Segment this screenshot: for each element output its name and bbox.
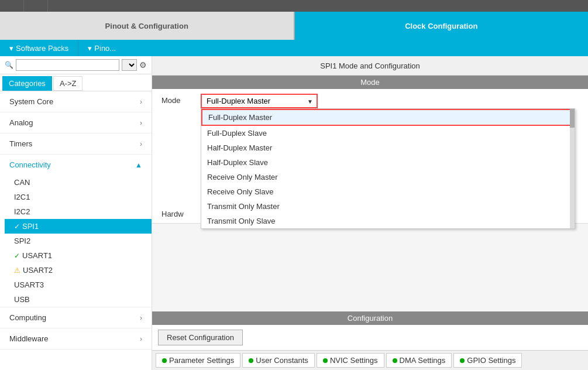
- mode-select[interactable]: Full-Duplex Master ▼: [201, 94, 318, 108]
- mode-select-wrapper: Full-Duplex Master ▼ Full-Duplex Master …: [201, 94, 318, 108]
- chevron-right-icon: ›: [140, 98, 142, 106]
- select-arrow-icon: ▼: [307, 98, 313, 104]
- chevron-right-icon-4: ›: [140, 314, 142, 322]
- check-icon: ✓: [14, 222, 20, 231]
- content-spacer: [152, 224, 588, 311]
- tab-dot-icon-5: [460, 358, 465, 363]
- sub-item-i2c2[interactable]: I2C2: [5, 204, 152, 219]
- warn-icon: ⚠: [14, 266, 20, 275]
- pinout-tab[interactable]: Pinout & Configuration: [0, 12, 295, 40]
- category-connectivity[interactable]: Connectivity ▲: [0, 155, 152, 175]
- tab-gpio-settings[interactable]: GPIO Settings: [453, 353, 522, 368]
- tab-dot-icon-4: [393, 358, 397, 363]
- top-nav-item-2[interactable]: [24, 0, 48, 12]
- category-analog[interactable]: Analog ›: [0, 112, 152, 133]
- content-area: SPI1 Mode and Configuration Mode Mode Fu…: [152, 56, 588, 370]
- scrollbar-thumb[interactable]: [570, 109, 575, 128]
- config-section: Configuration Reset Configuration: [152, 311, 588, 350]
- connectivity-section: Connectivity ▲ CAN I2C1 I2C2 ✓: [0, 155, 152, 307]
- sub-item-usart2[interactable]: ⚠ USART2: [5, 263, 152, 278]
- sub-item-usb[interactable]: USB: [5, 292, 152, 307]
- search-dropdown[interactable]: [122, 59, 137, 71]
- dropdown-item-0[interactable]: Full-Duplex Master: [201, 109, 575, 126]
- category-computing[interactable]: Computing ›: [0, 307, 152, 328]
- search-icon: 🔍: [5, 61, 13, 69]
- connectivity-sub-items: CAN I2C1 I2C2 ✓ SPI1 SPI2: [0, 175, 152, 307]
- category-middleware[interactable]: Middleware ›: [0, 328, 152, 350]
- sidebar: 🔍 ⚙ Categories A->Z System Core › Analog…: [0, 56, 152, 370]
- top-nav-item-3[interactable]: [48, 0, 71, 12]
- chevron-up-icon: ▲: [135, 161, 142, 169]
- chevron-right-icon-5: ›: [140, 335, 142, 343]
- tab-categories[interactable]: Categories: [2, 76, 52, 91]
- sub-item-i2c1[interactable]: I2C1: [5, 190, 152, 204]
- sub-item-usart3[interactable]: USART3: [5, 278, 152, 292]
- tab-dot-icon-2: [249, 358, 253, 363]
- bottom-tabs: Parameter Settings User Constants NVIC S…: [152, 350, 588, 370]
- content-title: SPI1 Mode and Configuration: [152, 56, 588, 76]
- dropdown-item-2[interactable]: Half-Duplex Master: [201, 141, 575, 155]
- tab-user-constants[interactable]: User Constants: [242, 353, 315, 368]
- mode-dropdown-list: Full-Duplex Master Full-Duplex Slave Hal…: [201, 108, 575, 229]
- gear-icon[interactable]: ⚙: [139, 60, 147, 70]
- config-body: Reset Configuration: [152, 325, 588, 350]
- sub-item-can[interactable]: CAN: [5, 175, 152, 190]
- pinout-right-btn[interactable]: ▾ Pino...: [78, 40, 125, 56]
- dropdown-arrow-icon: ▾: [9, 44, 13, 53]
- sub-item-spi2[interactable]: SPI2: [5, 234, 152, 248]
- tab-parameter-settings[interactable]: Parameter Settings: [156, 353, 240, 368]
- reset-config-button[interactable]: Reset Configuration: [158, 330, 243, 345]
- dropdown-item-1[interactable]: Full-Duplex Slave: [201, 126, 575, 141]
- dropdown-scrollbar[interactable]: [570, 109, 575, 228]
- clock-tab[interactable]: Clock Configuration: [295, 12, 589, 40]
- category-system-core[interactable]: System Core ›: [0, 91, 152, 112]
- mode-section-header: Mode: [152, 76, 588, 89]
- dropdown-item-3[interactable]: Half-Duplex Slave: [201, 155, 575, 170]
- dropdown-item-7[interactable]: Transmit Only Slave: [201, 214, 575, 228]
- tab-dot-icon: [162, 358, 167, 363]
- mode-row: Mode Full-Duplex Master ▼ Full-Duplex Ma…: [152, 89, 588, 113]
- tab-dma-settings[interactable]: DMA Settings: [386, 353, 452, 368]
- category-timers[interactable]: Timers ›: [0, 133, 152, 155]
- tab-dot-icon-3: [323, 358, 328, 363]
- dropdown-item-5[interactable]: Receive Only Slave: [201, 184, 575, 199]
- chevron-right-icon-3: ›: [140, 140, 142, 148]
- tab-az[interactable]: A->Z: [53, 76, 83, 91]
- sidebar-tabs: Categories A->Z: [0, 74, 152, 91]
- config-header: Configuration: [152, 311, 588, 325]
- dropdown-item-4[interactable]: Receive Only Master: [201, 170, 575, 184]
- check-green-icon: ✓: [14, 252, 20, 260]
- mode-section: Mode Mode Full-Duplex Master ▼: [152, 76, 588, 224]
- search-row: 🔍 ⚙: [0, 56, 152, 74]
- search-input[interactable]: [16, 59, 119, 71]
- chevron-right-icon-2: ›: [140, 119, 142, 127]
- dropdown-arrow-icon-2: ▾: [88, 44, 92, 53]
- sub-item-usart1[interactable]: ✓ USART1: [5, 248, 152, 263]
- sub-item-spi1[interactable]: ✓ SPI1: [5, 219, 152, 234]
- sub-header: ▾ Software Packs ▾ Pino...: [0, 40, 588, 56]
- software-packs-btn[interactable]: ▾ Software Packs: [0, 40, 78, 56]
- top-nav-item-1[interactable]: [0, 0, 24, 12]
- tab-nvic-settings[interactable]: NVIC Settings: [317, 353, 384, 368]
- dropdown-item-6[interactable]: Transmit Only Master: [201, 199, 575, 214]
